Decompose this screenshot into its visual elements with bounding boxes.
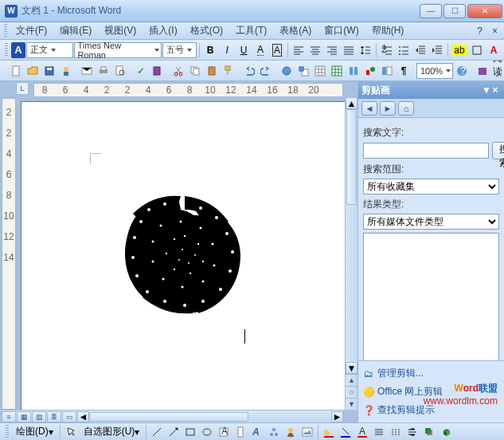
nav-forward-button[interactable]: ► (380, 101, 396, 116)
line-color-button[interactable] (338, 424, 354, 440)
line-style-button[interactable] (371, 424, 387, 440)
horizontal-ruler[interactable]: 86422468101214161820 (33, 83, 343, 97)
border-button[interactable]: A (252, 42, 268, 58)
prev-page-button[interactable]: ▲ (346, 374, 357, 386)
toolbar-grip[interactable] (5, 43, 8, 57)
scroll-left-button[interactable]: ◄ (77, 411, 89, 422)
fill-color-button[interactable] (321, 424, 337, 440)
print-button[interactable] (96, 63, 111, 79)
results-box[interactable] (363, 233, 499, 360)
print-preview-button[interactable] (112, 63, 128, 79)
search-button[interactable]: 搜索 (492, 142, 504, 159)
scroll-right-button[interactable]: ► (331, 411, 343, 422)
open-button[interactable] (25, 63, 41, 79)
print-view-button[interactable]: ▥ (32, 411, 46, 422)
rectangle-button[interactable] (182, 424, 198, 440)
line-button[interactable] (149, 424, 165, 440)
hscroll-track[interactable] (89, 411, 331, 422)
menu-help[interactable]: 帮助(H) (365, 22, 411, 39)
scroll-track[interactable] (346, 205, 357, 362)
maximize-button[interactable]: ☐ (443, 4, 466, 18)
align-right-button[interactable] (324, 42, 340, 58)
menu-view[interactable]: 视图(V) (98, 22, 143, 39)
hyperlink-button[interactable] (279, 63, 295, 79)
picture-button[interactable] (299, 424, 315, 440)
research-button[interactable] (150, 63, 166, 79)
menu-insert[interactable]: 插入(I) (143, 22, 183, 39)
nav-back-button[interactable]: ◄ (361, 101, 377, 116)
borders-button[interactable] (469, 42, 485, 58)
scroll-down-button[interactable]: ▼ (346, 362, 357, 374)
manage-clips-link[interactable]: 🗂管理剪辑... (363, 364, 499, 383)
wordart-button[interactable]: A (249, 424, 265, 440)
reading-layout-button[interactable] (475, 63, 490, 79)
scope-select[interactable]: 所有收藏集 (363, 179, 499, 194)
doc-map-button[interactable] (379, 63, 395, 79)
font-color-button[interactable]: A (354, 424, 370, 440)
align-center-button[interactable] (307, 42, 323, 58)
menu-table[interactable]: 表格(A) (273, 22, 318, 39)
paste-button[interactable] (204, 63, 220, 79)
nav-home-button[interactable]: ⌂ (398, 101, 414, 116)
select-objects-button[interactable] (63, 424, 79, 440)
menu-edit[interactable]: 编辑(E) (53, 22, 98, 39)
office-online-link[interactable]: 🟡Office 网上剪辑 (363, 383, 499, 401)
permissions-button[interactable] (58, 63, 74, 79)
vertical-scrollbar[interactable]: ▲ ▼ ▲ ○ ▼ (345, 97, 357, 410)
arrow-style-button[interactable] (404, 424, 420, 440)
shadow-button[interactable] (421, 424, 437, 440)
autoshapes-menu[interactable]: 自选图形(U) ▾ (80, 424, 144, 440)
page-viewport[interactable] (18, 98, 345, 410)
tab-selector[interactable]: L (16, 82, 29, 95)
bullets-button[interactable] (396, 42, 412, 58)
char-border-button[interactable]: A (269, 42, 285, 58)
dash-style-button[interactable] (388, 424, 404, 440)
copy-button[interactable] (187, 63, 203, 79)
bold-button[interactable]: B (202, 42, 218, 58)
undo-button[interactable] (241, 63, 257, 79)
align-left-button[interactable] (291, 42, 307, 58)
new-doc-button[interactable] (8, 63, 24, 79)
help-button[interactable]: ? (454, 63, 470, 79)
email-button[interactable] (79, 63, 95, 79)
vertical-ruler[interactable]: 22468101214 (2, 98, 16, 410)
diagram-button[interactable] (266, 424, 282, 440)
find-tips-link[interactable]: ❓查找剪辑提示 (363, 401, 499, 419)
search-input[interactable] (363, 143, 489, 159)
next-page-button[interactable]: ▼ (346, 398, 357, 410)
arrow-button[interactable] (166, 424, 182, 440)
excel-button[interactable] (329, 63, 345, 79)
redo-button[interactable] (258, 63, 274, 79)
underline-button[interactable]: U (236, 42, 252, 58)
read-button[interactable]: 阅读(R) (491, 63, 504, 79)
increase-indent-button[interactable] (429, 42, 445, 58)
close-button[interactable]: ✕ (467, 4, 502, 18)
save-button[interactable] (41, 63, 57, 79)
oval-button[interactable] (199, 424, 215, 440)
scroll-thumb[interactable] (346, 109, 357, 205)
textbox-button[interactable]: A (216, 424, 232, 440)
outline-view-button[interactable]: ≣ (47, 411, 61, 422)
pane-menu-dropdown[interactable]: ▼ (482, 84, 490, 96)
numbering-button[interactable]: 12 (379, 42, 395, 58)
type-select[interactable]: 所有媒体文件类型 (363, 214, 499, 230)
menu-format[interactable]: 格式(O) (184, 22, 229, 39)
menu-file[interactable]: 文件(F) (10, 22, 53, 39)
highlight-button[interactable]: ab (451, 42, 468, 58)
minimize-button[interactable]: — (420, 4, 442, 18)
drawing-toolbar-button[interactable] (362, 63, 378, 79)
menu-window[interactable]: 窗口(W) (318, 22, 365, 39)
menu-tools[interactable]: 工具(T) (229, 22, 273, 39)
doc-close-button[interactable]: × (487, 24, 502, 38)
spellcheck-button[interactable]: ✓ (133, 63, 149, 79)
vertical-textbox-button[interactable] (232, 424, 248, 440)
horizontal-scrollbar[interactable]: ≡ ▦ ▥ ≣ ▭ ◄ ► (2, 410, 343, 422)
pane-close-button[interactable]: × (490, 84, 501, 96)
styles-pane-icon[interactable]: A (11, 42, 26, 58)
zoom-dropdown[interactable]: 100% (416, 63, 453, 79)
tables-button[interactable] (295, 63, 311, 79)
font-dropdown[interactable]: Times New Roman (74, 42, 162, 58)
toolbar-grip[interactable] (6, 425, 9, 439)
decrease-indent-button[interactable] (412, 42, 428, 58)
clipart-nautilus[interactable] (109, 182, 248, 321)
